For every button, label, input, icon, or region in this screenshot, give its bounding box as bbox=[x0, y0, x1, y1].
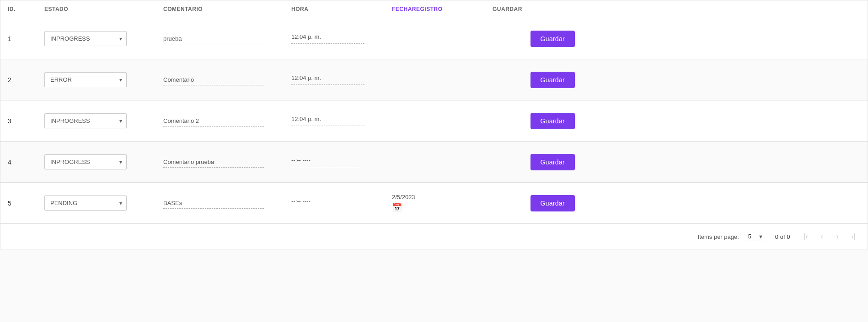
comment-input-1[interactable] bbox=[163, 33, 264, 44]
hora-underline-1 bbox=[291, 42, 364, 44]
pagination-count: 0 of 0 bbox=[775, 233, 790, 240]
table-row: 3INPROGRESSERRORPENDINGDONE▾12:04 p. m.G… bbox=[0, 100, 868, 142]
fecha-value-5: 2/5/2023 bbox=[392, 194, 493, 201]
row-estado-1: INPROGRESSERRORPENDINGDONE▾ bbox=[44, 31, 163, 46]
col-id-label: ID. bbox=[8, 6, 44, 12]
hora-cell-2: 12:04 p. m. bbox=[291, 74, 392, 85]
guardar-cell-3: Guardar bbox=[493, 113, 584, 129]
hora-underline-4 bbox=[291, 165, 364, 167]
comment-cell-1 bbox=[163, 33, 291, 44]
row-estado-5: INPROGRESSERRORPENDINGDONE▾ bbox=[44, 195, 163, 211]
comment-input-3[interactable] bbox=[163, 116, 264, 127]
status-select-wrapper-4: INPROGRESSERRORPENDINGDONE▾ bbox=[44, 154, 127, 169]
row-id-2: 2 bbox=[8, 76, 44, 84]
pagination-bar: Items per page: 5102550 ▼ 0 of 0 |‹ ‹ › … bbox=[0, 224, 868, 249]
fecha-cell-5: 2/5/2023📅 bbox=[392, 194, 493, 212]
guardar-button-4[interactable]: Guardar bbox=[530, 154, 575, 170]
hora-value-3: 12:04 p. m. bbox=[291, 116, 392, 122]
last-page-icon: ›| bbox=[852, 232, 856, 241]
hora-value-4: --:-- ---- bbox=[291, 157, 392, 164]
items-per-page-wrapper: 5102550 ▼ bbox=[746, 232, 764, 241]
hora-value-5: --:-- ---- bbox=[291, 198, 392, 205]
hora-cell-4: --:-- ---- bbox=[291, 157, 392, 167]
hora-underline-3 bbox=[291, 124, 364, 126]
items-per-page-label: Items per page: bbox=[698, 233, 739, 240]
status-select-5[interactable]: INPROGRESSERRORPENDINGDONE bbox=[44, 195, 127, 211]
comment-input-5[interactable] bbox=[163, 198, 264, 209]
status-select-3[interactable]: INPROGRESSERRORPENDINGDONE bbox=[44, 113, 127, 128]
col-comentario-label: COMENTARIO bbox=[163, 6, 291, 12]
table-row: 1INPROGRESSERRORPENDINGDONE▾12:04 p. m.G… bbox=[0, 18, 868, 59]
fecha-icon-row-5: 📅 bbox=[392, 202, 493, 212]
guardar-cell-4: Guardar bbox=[493, 154, 584, 170]
row-id-4: 4 bbox=[8, 158, 44, 166]
status-select-wrapper-1: INPROGRESSERRORPENDINGDONE▾ bbox=[44, 31, 127, 46]
pagination-first-button[interactable]: |‹ bbox=[801, 231, 810, 243]
row-estado-2: INPROGRESSERRORPENDINGDONE▾ bbox=[44, 72, 163, 87]
comment-input-2[interactable] bbox=[163, 74, 264, 85]
guardar-button-5[interactable]: Guardar bbox=[530, 195, 575, 211]
comment-input-4[interactable] bbox=[163, 157, 264, 168]
hora-underline-2 bbox=[291, 83, 364, 85]
row-id-1: 1 bbox=[8, 35, 44, 42]
table-body: 1INPROGRESSERRORPENDINGDONE▾12:04 p. m.G… bbox=[0, 18, 868, 224]
first-page-icon: |‹ bbox=[804, 232, 808, 241]
comment-cell-3 bbox=[163, 116, 291, 127]
status-select-1[interactable]: INPROGRESSERRORPENDINGDONE bbox=[44, 31, 127, 46]
row-id-5: 5 bbox=[8, 200, 44, 207]
hora-cell-3: 12:04 p. m. bbox=[291, 116, 392, 126]
pagination-prev-button[interactable]: ‹ bbox=[818, 231, 826, 243]
table-row: 4INPROGRESSERRORPENDINGDONE▾--:-- ----Gu… bbox=[0, 142, 868, 183]
hora-value-2: 12:04 p. m. bbox=[291, 74, 392, 81]
row-id-3: 3 bbox=[8, 117, 44, 125]
main-table: ID. ESTADO COMENTARIO HORA FECHAREGISTRO… bbox=[0, 0, 868, 249]
status-select-wrapper-3: INPROGRESSERRORPENDINGDONE▾ bbox=[44, 113, 127, 128]
pagination-next-button[interactable]: › bbox=[833, 231, 841, 243]
guardar-button-1[interactable]: Guardar bbox=[530, 31, 575, 47]
guardar-cell-2: Guardar bbox=[493, 72, 584, 88]
comment-cell-5 bbox=[163, 198, 291, 209]
status-select-wrapper-2: INPROGRESSERRORPENDINGDONE▾ bbox=[44, 72, 127, 87]
row-estado-3: INPROGRESSERRORPENDINGDONE▾ bbox=[44, 113, 163, 128]
items-per-page-select[interactable]: 5102550 bbox=[746, 232, 764, 241]
comment-cell-2 bbox=[163, 74, 291, 85]
table-row: 2INPROGRESSERRORPENDINGDONE▾12:04 p. m.G… bbox=[0, 59, 868, 100]
comment-cell-4 bbox=[163, 157, 291, 168]
col-hora-label: HORA bbox=[291, 6, 392, 12]
hora-value-1: 12:04 p. m. bbox=[291, 33, 392, 40]
guardar-button-2[interactable]: Guardar bbox=[530, 72, 575, 88]
next-page-icon: › bbox=[836, 232, 838, 241]
table-header: ID. ESTADO COMENTARIO HORA FECHAREGISTRO… bbox=[0, 0, 868, 18]
status-select-2[interactable]: INPROGRESSERRORPENDINGDONE bbox=[44, 72, 127, 87]
hora-cell-1: 12:04 p. m. bbox=[291, 33, 392, 44]
pagination-last-button[interactable]: ›| bbox=[849, 231, 858, 243]
status-select-4[interactable]: INPROGRESSERRORPENDINGDONE bbox=[44, 154, 127, 169]
prev-page-icon: ‹ bbox=[821, 232, 823, 241]
col-fecharegistro-label: FECHAREGISTRO bbox=[392, 6, 493, 12]
col-estado-label: ESTADO bbox=[44, 6, 163, 12]
table-row: 5INPROGRESSERRORPENDINGDONE▾--:-- ----2/… bbox=[0, 183, 868, 224]
guardar-cell-5: Guardar bbox=[493, 195, 584, 211]
guardar-button-3[interactable]: Guardar bbox=[530, 113, 575, 129]
status-select-wrapper-5: INPROGRESSERRORPENDINGDONE▾ bbox=[44, 195, 127, 211]
hora-underline-5 bbox=[291, 206, 364, 208]
calendar-icon-5[interactable]: 📅 bbox=[392, 202, 402, 212]
col-guardar-label: GUARDAR bbox=[493, 6, 584, 12]
row-estado-4: INPROGRESSERRORPENDINGDONE▾ bbox=[44, 154, 163, 169]
guardar-cell-1: Guardar bbox=[493, 31, 584, 47]
hora-cell-5: --:-- ---- bbox=[291, 198, 392, 208]
